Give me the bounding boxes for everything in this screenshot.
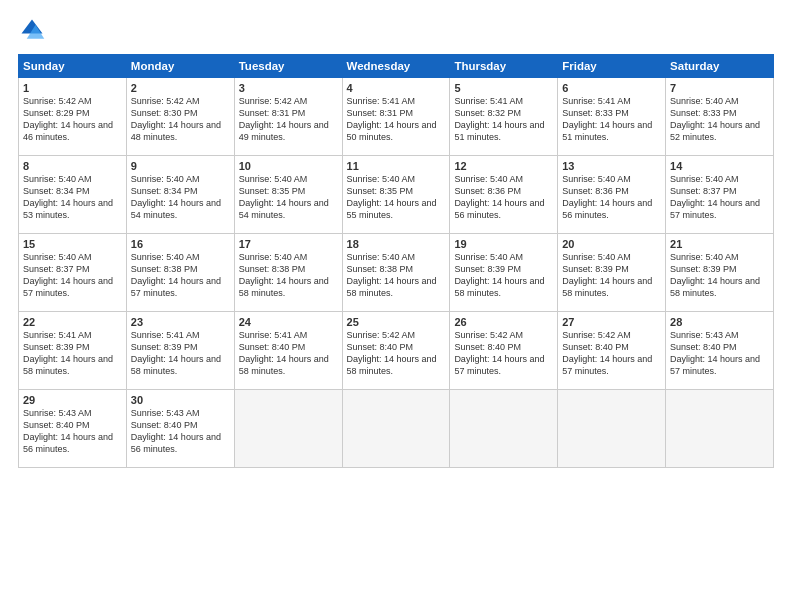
calendar-cell: 16Sunrise: 5:40 AMSunset: 8:38 PMDayligh… (126, 234, 234, 312)
calendar-cell: 24Sunrise: 5:41 AMSunset: 8:40 PMDayligh… (234, 312, 342, 390)
week-row-3: 15Sunrise: 5:40 AMSunset: 8:37 PMDayligh… (19, 234, 774, 312)
page: SundayMondayTuesdayWednesdayThursdayFrid… (0, 0, 792, 612)
calendar-cell (234, 390, 342, 468)
day-number: 25 (347, 316, 446, 328)
day-info: Sunrise: 5:40 AMSunset: 8:36 PMDaylight:… (454, 174, 544, 220)
calendar-cell: 23Sunrise: 5:41 AMSunset: 8:39 PMDayligh… (126, 312, 234, 390)
header-day-saturday: Saturday (666, 55, 774, 78)
day-info: Sunrise: 5:42 AMSunset: 8:31 PMDaylight:… (239, 96, 329, 142)
day-number: 19 (454, 238, 553, 250)
day-info: Sunrise: 5:40 AMSunset: 8:35 PMDaylight:… (347, 174, 437, 220)
calendar-cell: 19Sunrise: 5:40 AMSunset: 8:39 PMDayligh… (450, 234, 558, 312)
calendar-cell: 18Sunrise: 5:40 AMSunset: 8:38 PMDayligh… (342, 234, 450, 312)
calendar-cell: 20Sunrise: 5:40 AMSunset: 8:39 PMDayligh… (558, 234, 666, 312)
header-day-sunday: Sunday (19, 55, 127, 78)
calendar-cell: 25Sunrise: 5:42 AMSunset: 8:40 PMDayligh… (342, 312, 450, 390)
header-day-wednesday: Wednesday (342, 55, 450, 78)
day-info: Sunrise: 5:40 AMSunset: 8:33 PMDaylight:… (670, 96, 760, 142)
header (18, 16, 774, 44)
day-info: Sunrise: 5:43 AMSunset: 8:40 PMDaylight:… (670, 330, 760, 376)
header-day-monday: Monday (126, 55, 234, 78)
day-info: Sunrise: 5:40 AMSunset: 8:39 PMDaylight:… (670, 252, 760, 298)
day-number: 27 (562, 316, 661, 328)
day-info: Sunrise: 5:42 AMSunset: 8:30 PMDaylight:… (131, 96, 221, 142)
day-number: 26 (454, 316, 553, 328)
day-number: 5 (454, 82, 553, 94)
calendar-cell: 9Sunrise: 5:40 AMSunset: 8:34 PMDaylight… (126, 156, 234, 234)
week-row-4: 22Sunrise: 5:41 AMSunset: 8:39 PMDayligh… (19, 312, 774, 390)
day-number: 23 (131, 316, 230, 328)
day-info: Sunrise: 5:40 AMSunset: 8:38 PMDaylight:… (131, 252, 221, 298)
calendar-table: SundayMondayTuesdayWednesdayThursdayFrid… (18, 54, 774, 468)
calendar-cell: 3Sunrise: 5:42 AMSunset: 8:31 PMDaylight… (234, 78, 342, 156)
calendar-cell: 6Sunrise: 5:41 AMSunset: 8:33 PMDaylight… (558, 78, 666, 156)
day-info: Sunrise: 5:40 AMSunset: 8:36 PMDaylight:… (562, 174, 652, 220)
logo (18, 16, 50, 44)
day-number: 9 (131, 160, 230, 172)
day-info: Sunrise: 5:40 AMSunset: 8:34 PMDaylight:… (23, 174, 113, 220)
day-info: Sunrise: 5:40 AMSunset: 8:37 PMDaylight:… (670, 174, 760, 220)
day-number: 8 (23, 160, 122, 172)
day-number: 2 (131, 82, 230, 94)
calendar-cell: 21Sunrise: 5:40 AMSunset: 8:39 PMDayligh… (666, 234, 774, 312)
day-info: Sunrise: 5:41 AMSunset: 8:33 PMDaylight:… (562, 96, 652, 142)
header-row: SundayMondayTuesdayWednesdayThursdayFrid… (19, 55, 774, 78)
calendar-cell (666, 390, 774, 468)
day-info: Sunrise: 5:41 AMSunset: 8:40 PMDaylight:… (239, 330, 329, 376)
calendar-cell: 28Sunrise: 5:43 AMSunset: 8:40 PMDayligh… (666, 312, 774, 390)
day-number: 14 (670, 160, 769, 172)
day-number: 17 (239, 238, 338, 250)
day-info: Sunrise: 5:40 AMSunset: 8:37 PMDaylight:… (23, 252, 113, 298)
calendar-cell: 17Sunrise: 5:40 AMSunset: 8:38 PMDayligh… (234, 234, 342, 312)
day-info: Sunrise: 5:41 AMSunset: 8:31 PMDaylight:… (347, 96, 437, 142)
day-info: Sunrise: 5:40 AMSunset: 8:38 PMDaylight:… (347, 252, 437, 298)
day-number: 30 (131, 394, 230, 406)
day-info: Sunrise: 5:40 AMSunset: 8:39 PMDaylight:… (562, 252, 652, 298)
calendar-cell: 1Sunrise: 5:42 AMSunset: 8:29 PMDaylight… (19, 78, 127, 156)
day-info: Sunrise: 5:43 AMSunset: 8:40 PMDaylight:… (23, 408, 113, 454)
day-info: Sunrise: 5:42 AMSunset: 8:40 PMDaylight:… (562, 330, 652, 376)
calendar-cell: 7Sunrise: 5:40 AMSunset: 8:33 PMDaylight… (666, 78, 774, 156)
day-info: Sunrise: 5:40 AMSunset: 8:39 PMDaylight:… (454, 252, 544, 298)
calendar-cell: 10Sunrise: 5:40 AMSunset: 8:35 PMDayligh… (234, 156, 342, 234)
calendar-cell: 2Sunrise: 5:42 AMSunset: 8:30 PMDaylight… (126, 78, 234, 156)
day-number: 15 (23, 238, 122, 250)
calendar-cell: 4Sunrise: 5:41 AMSunset: 8:31 PMDaylight… (342, 78, 450, 156)
day-number: 24 (239, 316, 338, 328)
day-info: Sunrise: 5:41 AMSunset: 8:39 PMDaylight:… (131, 330, 221, 376)
calendar-cell: 27Sunrise: 5:42 AMSunset: 8:40 PMDayligh… (558, 312, 666, 390)
week-row-5: 29Sunrise: 5:43 AMSunset: 8:40 PMDayligh… (19, 390, 774, 468)
calendar-cell: 12Sunrise: 5:40 AMSunset: 8:36 PMDayligh… (450, 156, 558, 234)
calendar-cell: 13Sunrise: 5:40 AMSunset: 8:36 PMDayligh… (558, 156, 666, 234)
calendar-cell: 22Sunrise: 5:41 AMSunset: 8:39 PMDayligh… (19, 312, 127, 390)
day-number: 6 (562, 82, 661, 94)
calendar-cell: 8Sunrise: 5:40 AMSunset: 8:34 PMDaylight… (19, 156, 127, 234)
day-info: Sunrise: 5:42 AMSunset: 8:29 PMDaylight:… (23, 96, 113, 142)
day-number: 22 (23, 316, 122, 328)
logo-icon (18, 16, 46, 44)
day-number: 28 (670, 316, 769, 328)
week-row-1: 1Sunrise: 5:42 AMSunset: 8:29 PMDaylight… (19, 78, 774, 156)
calendar-cell: 14Sunrise: 5:40 AMSunset: 8:37 PMDayligh… (666, 156, 774, 234)
day-number: 10 (239, 160, 338, 172)
day-number: 20 (562, 238, 661, 250)
day-number: 16 (131, 238, 230, 250)
day-info: Sunrise: 5:42 AMSunset: 8:40 PMDaylight:… (347, 330, 437, 376)
day-number: 29 (23, 394, 122, 406)
day-number: 21 (670, 238, 769, 250)
day-number: 1 (23, 82, 122, 94)
day-number: 13 (562, 160, 661, 172)
calendar-cell: 29Sunrise: 5:43 AMSunset: 8:40 PMDayligh… (19, 390, 127, 468)
week-row-2: 8Sunrise: 5:40 AMSunset: 8:34 PMDaylight… (19, 156, 774, 234)
header-day-friday: Friday (558, 55, 666, 78)
header-day-tuesday: Tuesday (234, 55, 342, 78)
day-number: 18 (347, 238, 446, 250)
calendar-cell (342, 390, 450, 468)
calendar-cell: 5Sunrise: 5:41 AMSunset: 8:32 PMDaylight… (450, 78, 558, 156)
day-info: Sunrise: 5:40 AMSunset: 8:34 PMDaylight:… (131, 174, 221, 220)
day-info: Sunrise: 5:42 AMSunset: 8:40 PMDaylight:… (454, 330, 544, 376)
calendar-cell (450, 390, 558, 468)
day-number: 11 (347, 160, 446, 172)
calendar-cell: 30Sunrise: 5:43 AMSunset: 8:40 PMDayligh… (126, 390, 234, 468)
calendar-cell: 11Sunrise: 5:40 AMSunset: 8:35 PMDayligh… (342, 156, 450, 234)
